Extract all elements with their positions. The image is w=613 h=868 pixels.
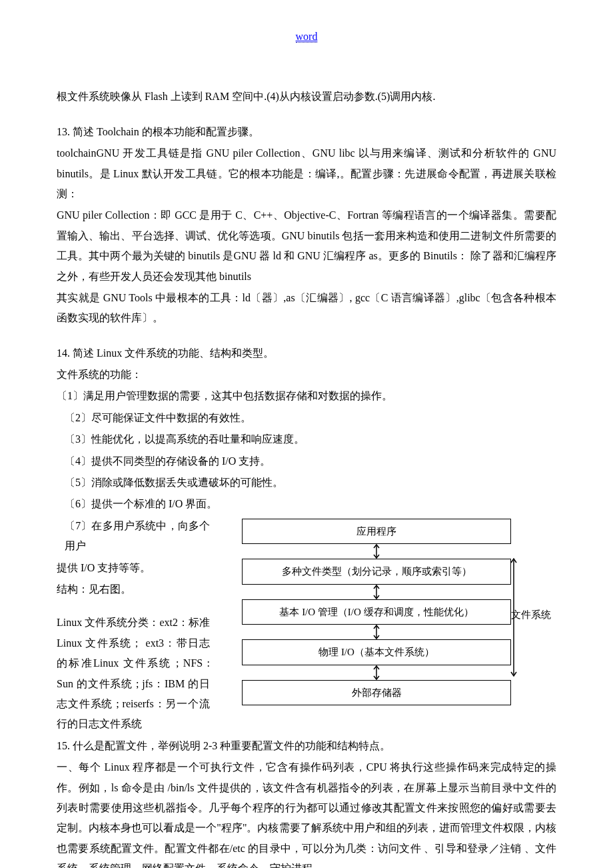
- q14-f1: 〔1〕满足用户管理数据的需要，这其中包括数据存储和对数据的操作。: [57, 386, 556, 406]
- arrow-icon: [242, 585, 511, 599]
- diagram-box-io: 基本 I/O 管理（I/O 缓存和调度，性能优化）: [242, 599, 511, 625]
- q14-func: 文件系统的功能：: [57, 365, 556, 385]
- filesystem-diagram: 应用程序 多种文件类型（划分记录，顺序或索引等） 基本 I/O 管理（I/O 缓…: [215, 519, 556, 706]
- q13-body-a: toolchainGNU 开发工具链是指 GNU piler Collectio…: [57, 143, 556, 204]
- diagram-label: 文件系统: [511, 605, 558, 625]
- q15-body-a: 一、每个 Linux 程序都是一个可执行文件，它含有操作码列表，CPU 将执行这…: [57, 757, 556, 868]
- header-word: word: [296, 31, 318, 43]
- q15-title: 15. 什么是配置文件，举例说明 2-3 种重要配置文件的功能和结构特点。: [57, 736, 556, 756]
- arrow-icon: [242, 625, 511, 639]
- q13-body-b: GNU piler Collection：即 GCC 是用于 C、C++、Obj…: [57, 205, 556, 287]
- q14-f7b: 提供 I/O 支持等等。: [57, 558, 210, 578]
- diagram-box-phys: 物理 I/O（基本文件系统）: [242, 639, 511, 665]
- q13-title: 13. 简述 Toolchain 的根本功能和配置步骤。: [57, 122, 556, 142]
- diagram-box-storage: 外部存储器: [242, 680, 511, 706]
- q14-f2: 〔2〕尽可能保证文件中数据的有效性。: [57, 408, 556, 428]
- paragraph-intro: 根文件系统映像从 Flash 上读到 RAM 空间中.(4)从内核设置启动参数.…: [57, 87, 556, 107]
- q13-body-c: 其实就是 GNU Tools 中最根本的工具：ld〔器〕,as〔汇编器〕, gc…: [57, 288, 556, 329]
- q14-struct: 结构：见右图。: [57, 579, 210, 599]
- q14-types: Linux 文件系统分类：ext2：标准Linux 文件系统； ext3：带日志…: [57, 613, 210, 734]
- arrow-icon: [242, 665, 511, 680]
- q14-title: 14. 简述 Linux 文件系统的功能、结构和类型。: [57, 343, 556, 363]
- q14-f6: 〔6〕提供一个标准的 I/O 界面。: [57, 494, 556, 514]
- q14-f4: 〔4〕提供不同类型的存储设备的 I/O 支持。: [57, 451, 556, 471]
- q14-f5: 〔5〕消除或降低数据丢失或遭破坏的可能性。: [57, 473, 556, 493]
- diagram-box-types: 多种文件类型（划分记录，顺序或索引等）: [242, 559, 511, 585]
- arrow-icon: [242, 544, 511, 559]
- diagram-box-app: 应用程序: [242, 519, 511, 545]
- q14-f7a: 〔7〕在多用户系统中，向多个用户: [57, 516, 210, 557]
- q14-f3: 〔3〕性能优化，以提高系统的吞吐量和响应速度。: [57, 429, 556, 449]
